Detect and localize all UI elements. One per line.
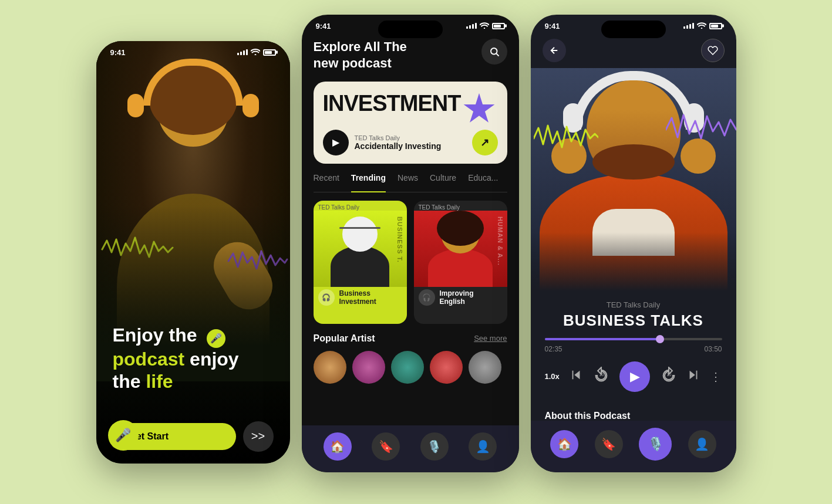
svg-marker-2: [575, 371, 580, 380]
time-total: 03:50: [704, 345, 722, 353]
tab-recent[interactable]: Recent: [314, 173, 339, 186]
tabs-row: Recent Trending News Culture Educa...: [314, 173, 507, 192]
time-row: 02:35 03:50: [545, 345, 722, 353]
see-more-button[interactable]: See more: [474, 334, 507, 343]
svg-rect-7: [696, 371, 698, 380]
artist-avatar-2[interactable]: [352, 351, 385, 384]
featured-arrow-button[interactable]: ↗: [472, 130, 498, 155]
headline-life: life: [146, 371, 173, 392]
battery-icon-2: [492, 23, 505, 29]
phone2-main-content: Explore All Thenew podcast INVESTMENT ▶ …: [302, 33, 519, 384]
featured-bottom: ▶ TED Talks Daily Accidentally Investing…: [323, 130, 498, 155]
nav-profile-3[interactable]: 👤: [688, 430, 716, 458]
phone-2: 9:41 Explore All Thenew podcast: [302, 15, 519, 472]
play-button-featured[interactable]: ▶: [323, 130, 349, 155]
bottom-nav-3: 🏠 🔖 🎙️ 👤: [531, 421, 736, 472]
phone-1: 9:41: [96, 41, 290, 464]
svg-point-0: [491, 48, 497, 55]
forward-10-button[interactable]: 10: [661, 367, 677, 386]
card2-vertical-text: HUMAN & A...: [497, 217, 504, 266]
card2-label: TED Talks Daily: [414, 201, 507, 211]
nav-profile-2[interactable]: 👤: [469, 432, 497, 461]
nav-home-2[interactable]: 🏠: [324, 432, 352, 461]
prev-button[interactable]: [570, 368, 582, 384]
rewind-10-button[interactable]: 10: [593, 367, 609, 386]
headline-1: Enjoy the: [113, 324, 197, 346]
status-icons-2: [466, 22, 505, 31]
podcast-card-english[interactable]: TED Talks Daily HUMAN & A...: [414, 201, 507, 324]
podcast-cards-row: TED Talks Daily BUSINESS T.: [314, 201, 507, 324]
card1-headphone-icon: 🎧: [318, 289, 335, 306]
featured-info: ▶ TED Talks Daily Accidentally Investing: [323, 130, 442, 155]
artist-avatar-3[interactable]: [391, 351, 424, 384]
waveform-purple-3: [666, 109, 736, 150]
card2-bottom: 🎧 ImprovingEnglish: [414, 287, 507, 310]
battery-icon-1: [263, 49, 276, 56]
progress-bar[interactable]: [545, 338, 722, 340]
card1-vertical-text: BUSINESS T.: [396, 217, 403, 263]
progress-fill: [545, 338, 660, 340]
next-button[interactable]: [687, 368, 700, 384]
nav-mic-3[interactable]: 🎙️: [639, 428, 672, 461]
wifi-icon-1: [251, 48, 260, 57]
svg-marker-6: [690, 371, 695, 380]
phone-3: 9:41: [531, 15, 736, 472]
phone1-text: Enjoy the 🎤 podcast enjoy the life: [113, 324, 274, 393]
status-icons-3: [683, 22, 722, 31]
dynamic-island-3: [601, 21, 666, 38]
tab-culture[interactable]: Culture: [430, 173, 456, 186]
controls-row: 1.0x 10 ▶ 10: [545, 361, 722, 392]
nav-bookmark-3[interactable]: 🔖: [595, 430, 623, 458]
phone3-player-info: TED Talks Daily BUSINESS TALKS 02:35 03:…: [531, 291, 736, 411]
signal-icon-3: [683, 23, 694, 29]
tab-trending[interactable]: Trending: [351, 173, 386, 192]
progress-dot: [656, 335, 664, 343]
hero-image-3: [531, 68, 736, 291]
phones-container: 9:41: [0, 0, 832, 504]
arrow-button[interactable]: >>: [243, 421, 274, 452]
svg-line-1: [496, 53, 498, 56]
wifi-icon-2: [480, 22, 489, 31]
tab-education[interactable]: Educa...: [468, 173, 498, 186]
search-button[interactable]: [481, 39, 507, 65]
dynamic-island-2: [378, 21, 443, 38]
back-button-3[interactable]: [543, 39, 566, 62]
mic-button[interactable]: 🎤: [108, 420, 139, 451]
time-3: 9:41: [545, 22, 560, 31]
signal-icon-1: [237, 49, 248, 55]
time-1: 9:41: [110, 48, 126, 57]
svg-rect-3: [572, 371, 574, 380]
nav-mic-2[interactable]: 🎙️: [420, 432, 449, 461]
tab-news[interactable]: News: [398, 173, 418, 186]
card1-label: TED Talks Daily: [314, 201, 407, 211]
waveform-yellow-3: [534, 121, 598, 156]
popular-title: Popular Artist: [314, 333, 375, 344]
card1-bottom: 🎧 BusinessInvestment: [314, 287, 407, 310]
card2-headphone-icon: 🎧: [419, 289, 435, 306]
play-pause-button[interactable]: ▶: [619, 361, 650, 392]
artist-avatar-1[interactable]: [314, 351, 346, 384]
featured-subtitle: Accidentally Investing: [355, 141, 442, 151]
battery-icon-3: [709, 23, 722, 29]
artist-avatar-5[interactable]: [469, 351, 501, 384]
avatars-row: [314, 351, 507, 384]
nav-bookmark-2[interactable]: 🔖: [372, 432, 400, 461]
more-button[interactable]: ⋮: [710, 370, 722, 384]
featured-label: TED Talks Daily: [355, 134, 442, 141]
podcast-card-business[interactable]: TED Talks Daily BUSINESS T.: [314, 201, 407, 324]
svg-text:10: 10: [666, 373, 671, 377]
time-2: 9:41: [316, 22, 331, 31]
nav-home-3[interactable]: 🏠: [550, 430, 578, 458]
player-sub-label: TED Talks Daily: [545, 300, 722, 309]
headline-enjoy: enjoy: [190, 349, 239, 370]
player-main-title: BUSINESS TALKS: [545, 312, 722, 330]
status-bar-1: 9:41: [96, 41, 290, 59]
speed-button[interactable]: 1.0x: [545, 372, 560, 381]
featured-text: TED Talks Daily Accidentally Investing: [355, 134, 442, 151]
heart-button-3[interactable]: [701, 39, 725, 62]
artist-avatar-4[interactable]: [430, 351, 463, 384]
time-current: 02:35: [545, 345, 562, 353]
headline-podcast: podcast: [113, 349, 185, 370]
featured-card[interactable]: INVESTMENT ▶ TED Talks Daily Accidentall…: [314, 82, 507, 164]
explore-title: Explore All Thenew podcast: [314, 39, 407, 72]
